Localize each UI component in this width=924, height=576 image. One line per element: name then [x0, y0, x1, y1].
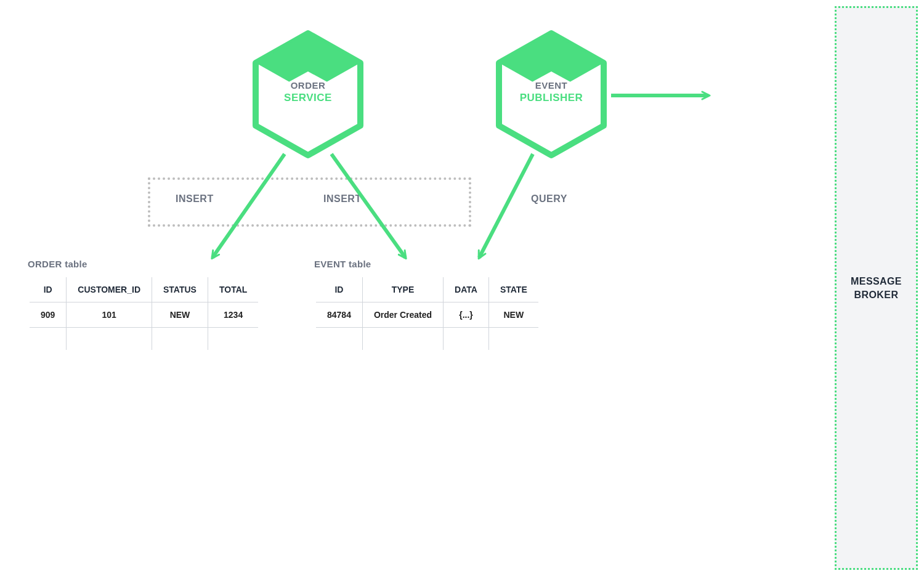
table-row: 909 101 NEW 1234: [29, 302, 259, 328]
event-table-header: STATE: [488, 277, 539, 302]
order-table-title: ORDER table: [28, 259, 260, 269]
order-table-header: ID: [29, 277, 67, 302]
arrow-publisher-to-event-table: [479, 154, 533, 258]
event-table-block: EVENT table ID TYPE DATA STATE 84784 Ord…: [314, 259, 540, 352]
query-label: QUERY: [531, 193, 567, 205]
event-table-cell: 84784: [315, 302, 363, 328]
message-broker: MESSAGE BROKER: [835, 6, 918, 570]
insert-label-2: INSERT: [323, 193, 362, 205]
table-row: [29, 328, 259, 351]
order-table: ID CUSTOMER_ID STATUS TOTAL 909 101 NEW …: [28, 275, 260, 352]
event-table: ID TYPE DATA STATE 84784 Order Created {…: [314, 275, 540, 352]
event-table-header: ID: [315, 277, 363, 302]
table-row: [315, 328, 540, 351]
hexagon-icon: [249, 30, 367, 159]
order-table-cell: NEW: [152, 302, 208, 328]
order-table-cell: 101: [67, 302, 152, 328]
diagram-canvas: ORDER SERVICE EVENT PUBLISHER INSERT INS…: [0, 0, 924, 576]
event-publisher-node: EVENT PUBLISHER: [493, 30, 610, 159]
event-table-cell: Order Created: [362, 302, 443, 328]
insert-label-1: INSERT: [176, 193, 214, 205]
order-table-header: TOTAL: [208, 277, 259, 302]
order-table-cell: 909: [29, 302, 67, 328]
order-service-node: ORDER SERVICE: [249, 30, 367, 159]
order-table-header: STATUS: [152, 277, 208, 302]
event-table-cell: NEW: [488, 302, 539, 328]
order-table-cell: 1234: [208, 302, 259, 328]
table-row: 84784 Order Created {...} NEW: [315, 302, 540, 328]
hexagon-icon: [493, 30, 610, 159]
event-table-header: DATA: [444, 277, 489, 302]
order-table-block: ORDER table ID CUSTOMER_ID STATUS TOTAL …: [28, 259, 260, 352]
order-table-header: CUSTOMER_ID: [67, 277, 152, 302]
event-table-title: EVENT table: [314, 259, 540, 269]
event-table-header: TYPE: [362, 277, 443, 302]
event-table-cell: {...}: [444, 302, 489, 328]
message-broker-label: MESSAGE BROKER: [851, 275, 902, 301]
